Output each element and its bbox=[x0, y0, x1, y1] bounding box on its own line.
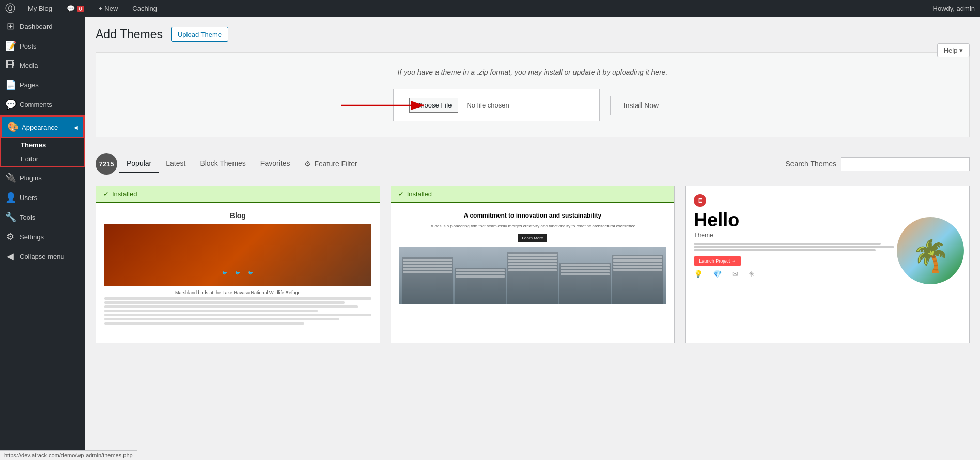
palm-tree-icon: 🌴 bbox=[911, 238, 950, 274]
gear-icon: ⚙ bbox=[304, 160, 311, 168]
bird-silhouettes: 🐦 🐦 🐦 bbox=[104, 271, 371, 275]
etudes-headline: A commitment to innovation and sustainab… bbox=[399, 211, 666, 220]
sidebar-label-comments: Comments bbox=[20, 101, 52, 109]
theme-card-blog[interactable]: ✓ Installed Blog 🐦 🐦 🐦 bbox=[96, 186, 380, 343]
dashboard-icon: ⊞ bbox=[5, 21, 15, 32]
installed-banner-etudes: ✓ Installed bbox=[391, 186, 675, 203]
media-icon: 🎞 bbox=[5, 60, 15, 71]
hello-circle-image: 🌴 bbox=[897, 217, 964, 284]
page-title: Add Themes bbox=[96, 27, 163, 41]
tab-feature-filter[interactable]: ⚙ Feature Filter bbox=[297, 156, 364, 172]
new-label: New bbox=[104, 5, 118, 12]
hello-preview: E Hello Theme Launch Project → bbox=[686, 186, 969, 331]
theme-count-badge: 7215 bbox=[96, 153, 117, 175]
hello-text-2 bbox=[694, 246, 894, 248]
tabs-section: 7215 Popular Latest Block Themes Favorit… bbox=[96, 153, 970, 343]
sidebar-item-tools[interactable]: 🔧 Tools bbox=[0, 207, 85, 227]
checkmark-icon: ✓ bbox=[103, 190, 109, 198]
caching-btn[interactable]: Caching bbox=[128, 5, 161, 12]
sidebar-label-settings: Settings bbox=[20, 233, 44, 241]
sidebar-label-posts: Posts bbox=[20, 42, 37, 50]
admin-bar: ⓪ My Blog 💬 0 + New Caching Howdy, admin bbox=[0, 0, 980, 17]
hello-text-1 bbox=[694, 243, 881, 245]
upload-section: If you have a theme in a .zip format, yo… bbox=[96, 52, 970, 137]
appearance-arrow-icon: ◀ bbox=[74, 125, 78, 130]
tab-latest-label: Latest bbox=[166, 159, 185, 167]
help-label: Help ▾ bbox=[944, 47, 963, 54]
sidebar-item-plugins[interactable]: 🔌 Plugins bbox=[0, 168, 85, 188]
sidebar-item-dashboard[interactable]: ⊞ Dashboard bbox=[0, 17, 85, 36]
sidebar-subitem-editor[interactable]: Editor bbox=[1, 152, 84, 166]
tab-latest[interactable]: Latest bbox=[159, 155, 193, 173]
search-themes-input[interactable] bbox=[841, 157, 970, 171]
comments-icon[interactable]: 💬 0 bbox=[63, 5, 88, 12]
bird-1: 🐦 bbox=[222, 271, 227, 275]
sidebar-item-users[interactable]: 👤 Users bbox=[0, 188, 85, 207]
blog-caption: Marshland birds at the Lake Havasu Natio… bbox=[104, 290, 371, 295]
install-now-button[interactable]: Install Now bbox=[610, 96, 672, 115]
plugins-icon: 🔌 bbox=[5, 172, 15, 183]
new-content-btn[interactable]: + New bbox=[95, 5, 122, 12]
appearance-section: 🎨 Appearance ◀ Themes Editor bbox=[0, 115, 85, 167]
building-col-2 bbox=[455, 268, 506, 304]
sidebar-item-media[interactable]: 🎞 Media bbox=[0, 56, 85, 75]
install-now-label: Install Now bbox=[624, 101, 659, 110]
sidebar-label-appearance: Appearance bbox=[22, 124, 58, 131]
text-line-2 bbox=[104, 301, 345, 304]
wp-logo-icon[interactable]: ⓪ bbox=[5, 2, 15, 16]
url-text: https://dev.afrack.com/demo/wp-admin/the… bbox=[85, 452, 133, 458]
site-name[interactable]: My Blog bbox=[24, 5, 56, 12]
help-button[interactable]: Help ▾ bbox=[937, 43, 970, 57]
sidebar-item-pages[interactable]: 📄 Pages bbox=[0, 75, 85, 95]
installed-label-etudes: Installed bbox=[407, 190, 432, 198]
theme-card-etudes[interactable]: ✓ Installed A commitment to innovation a… bbox=[391, 186, 675, 343]
upload-description: If you have a theme in a .zip format, yo… bbox=[106, 68, 959, 76]
hello-launch-btn[interactable]: Launch Project → bbox=[694, 256, 741, 266]
tabs-bar: 7215 Popular Latest Block Themes Favorit… bbox=[96, 153, 970, 175]
hello-text-3 bbox=[694, 249, 875, 251]
settings-icon: ⚙ bbox=[5, 231, 15, 242]
sidebar: ⊞ Dashboard 📝 Posts 🎞 Media 📄 Pages 💬 Co… bbox=[0, 17, 85, 460]
bird-2: 🐦 bbox=[235, 271, 240, 275]
etudes-building-image bbox=[399, 247, 666, 304]
blog-preview: Blog 🐦 🐦 🐦 Marshland birds at the Lake H… bbox=[96, 203, 380, 343]
sidebar-item-collapse[interactable]: ◀ Collapse menu bbox=[0, 247, 85, 266]
plus-icon: + bbox=[99, 5, 103, 12]
posts-icon: 📝 bbox=[5, 40, 15, 52]
building-col-3 bbox=[507, 252, 558, 304]
themes-grid: ✓ Installed Blog 🐦 🐦 🐦 bbox=[96, 186, 970, 343]
sidebar-subitem-themes[interactable]: Themes bbox=[1, 138, 84, 152]
installed-banner-blog: ✓ Installed bbox=[96, 186, 380, 203]
appearance-icon: 🎨 bbox=[7, 121, 18, 133]
sidebar-label-users: Users bbox=[20, 194, 37, 202]
upload-theme-button[interactable]: Upload Theme bbox=[171, 27, 228, 42]
pages-icon: 📄 bbox=[5, 79, 15, 90]
collapse-icon: ◀ bbox=[5, 251, 15, 262]
tab-popular[interactable]: Popular bbox=[119, 155, 159, 173]
users-icon: 👤 bbox=[5, 192, 15, 203]
sidebar-item-settings[interactable]: ⚙ Settings bbox=[0, 227, 85, 247]
blog-image: 🐦 🐦 🐦 bbox=[104, 224, 371, 286]
sidebar-item-comments[interactable]: 💬 Comments bbox=[0, 95, 85, 114]
sidebar-label-plugins: Plugins bbox=[20, 174, 42, 182]
checkmark-icon-etudes: ✓ bbox=[398, 190, 404, 198]
sidebar-label-dashboard: Dashboard bbox=[20, 23, 53, 30]
tab-favorites[interactable]: Favorites bbox=[253, 155, 298, 173]
theme-card-hello[interactable]: E Hello Theme Launch Project → bbox=[685, 186, 970, 343]
bottom-url-bar: https://dev.afrack.com/demo/wp-admin/the… bbox=[85, 450, 137, 460]
blog-text-lines bbox=[104, 297, 371, 325]
comments-nav-icon: 💬 bbox=[5, 99, 15, 110]
text-line-1 bbox=[104, 297, 371, 300]
sidebar-label-media: Media bbox=[20, 62, 38, 69]
building-col-1 bbox=[402, 257, 453, 304]
tab-feature-filter-label: Feature Filter bbox=[314, 160, 357, 168]
sidebar-item-appearance[interactable]: 🎨 Appearance ◀ bbox=[1, 116, 84, 138]
editor-label: Editor bbox=[21, 155, 38, 163]
bird-3: 🐦 bbox=[248, 271, 253, 275]
tab-block-themes[interactable]: Block Themes bbox=[193, 155, 253, 173]
lightbulb-icon: 💡 bbox=[694, 270, 703, 278]
comments-count: 0 bbox=[77, 6, 84, 12]
upload-form-row: Choose File No file chosen Install Now bbox=[106, 89, 959, 121]
sidebar-item-posts[interactable]: 📝 Posts bbox=[0, 36, 85, 56]
etudes-preview: A commitment to innovation and sustainab… bbox=[391, 203, 675, 343]
